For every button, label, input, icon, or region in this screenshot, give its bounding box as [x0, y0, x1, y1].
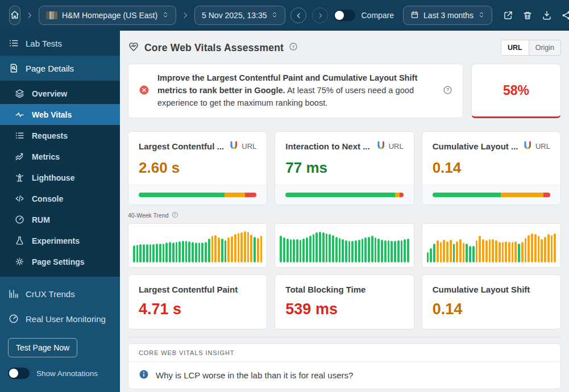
field-card-lcp[interactable]: Largest Contentful ... URL 2.60 s	[128, 131, 267, 205]
sidebar-item-rum[interactable]: RUM	[0, 209, 120, 230]
sidebar-item-overview[interactable]: Overview	[0, 83, 120, 104]
share-button[interactable]	[559, 9, 569, 22]
lab-card-tbt[interactable]: Total Blocking Time 539 ms	[275, 274, 414, 330]
trend-bar	[547, 234, 550, 262]
trend-bar	[165, 243, 168, 262]
sidebar-item-real-user-monitoring[interactable]: Real User Monitoring	[0, 306, 120, 331]
inp-trend-chart[interactable]	[275, 223, 414, 268]
page-selector-label: H&M Homepage (US East)	[62, 11, 157, 20]
trend-bar	[280, 236, 282, 262]
trend-bar	[195, 243, 197, 262]
open-external-button[interactable]	[501, 9, 515, 22]
sidebar-item-label: Overview	[32, 89, 67, 98]
distribution-segment-good	[139, 193, 225, 197]
trend-bar	[254, 237, 256, 263]
trend-bar	[538, 236, 540, 262]
distribution-bar	[139, 193, 256, 197]
show-annotations-row: Show Annotations	[0, 362, 120, 385]
trend-bar	[534, 234, 537, 262]
field-card-cls[interactable]: Cumulative Layout ... URL 0.14	[422, 131, 561, 205]
trend-bar	[377, 239, 380, 262]
metric-value: 0.14	[433, 159, 550, 177]
trend-bar	[192, 242, 194, 262]
trend-bar	[218, 237, 220, 262]
distribution-segment-good	[433, 193, 501, 197]
trend-bar	[152, 244, 155, 262]
trend-bar	[286, 239, 289, 263]
sidebar-item-label: Page Settings	[32, 257, 85, 266]
trend-bar	[348, 241, 351, 262]
sidebar-item-requests[interactable]: Requests	[0, 125, 120, 146]
sidebar-item-label: Experiments	[32, 236, 80, 245]
home-button[interactable]	[9, 6, 20, 25]
trend-bar	[521, 242, 524, 262]
next-test-button[interactable]	[312, 7, 328, 23]
lighthouse-icon	[14, 173, 24, 182]
trend-bar	[407, 239, 409, 262]
sidebar-item-page-settings[interactable]: Page Settings	[0, 251, 120, 272]
trend-bar	[319, 232, 321, 263]
field-card-inp[interactable]: Interaction to Next ... URL 77 ms	[275, 131, 414, 205]
test-date-selector[interactable]: 5 Nov 2025, 13:35	[194, 6, 285, 25]
trend-bar	[479, 236, 481, 262]
sidebar-item-console[interactable]: Console	[0, 188, 120, 209]
delete-button[interactable]	[521, 9, 534, 22]
insight-question-row[interactable]: Why is LCP worse in the lab than it is f…	[128, 362, 560, 389]
sidebar-item-crux-trends[interactable]: CrUX Trends	[0, 281, 120, 306]
date-range-selector[interactable]: Last 3 months	[403, 6, 492, 25]
sidebar-item-page-details[interactable]: Page Details	[0, 56, 120, 81]
sidebar-item-label: Lighthouse	[32, 173, 74, 182]
sidebar-item-label: CrUX Trends	[26, 289, 75, 299]
trend-bar	[221, 239, 223, 262]
download-button[interactable]	[540, 9, 554, 22]
list-icon	[14, 131, 24, 140]
page-selector[interactable]: H&M Homepage (US East)	[39, 6, 176, 25]
trend-bar	[244, 231, 246, 262]
distribution-footer	[422, 185, 560, 205]
sidebar-item-label: Web Vitals	[32, 110, 72, 119]
test-page-now-button[interactable]: Test Page Now	[8, 338, 77, 357]
bar-chart-icon	[8, 289, 19, 299]
trend-bar	[394, 241, 396, 262]
distribution-segment-poor	[245, 193, 257, 197]
crux-logo-icon	[523, 141, 532, 152]
lab-card-lcp[interactable]: Largest Contentful Paint 4.71 s	[128, 274, 267, 330]
help-icon[interactable]: ?	[443, 85, 452, 97]
trend-bar	[544, 237, 546, 262]
trend-bar	[485, 240, 488, 262]
sidebar-item-lab-tests[interactable]: Lab Tests	[0, 31, 120, 56]
trend-bar	[302, 239, 305, 262]
trend-bar	[208, 239, 210, 262]
sidebar-item-web-vitals[interactable]: Web Vitals	[0, 104, 120, 125]
lab-card-cls[interactable]: Cumulative Layout Shift 0.14	[422, 274, 561, 330]
insight-header: CORE WEB VITALS INSIGHT	[128, 344, 560, 362]
trend-bar	[300, 240, 302, 262]
trend-bar	[459, 239, 462, 262]
trend-bar	[489, 239, 491, 262]
trend-bar	[283, 237, 285, 262]
show-annotations-toggle[interactable]	[8, 368, 30, 379]
gauge-icon	[14, 215, 24, 224]
trend-bar	[541, 239, 543, 262]
trend-bar	[345, 240, 347, 263]
compare-toggle[interactable]	[334, 10, 355, 21]
distribution-segment-poor	[543, 193, 550, 197]
metric-title: Interaction to Next ...	[285, 141, 369, 151]
trend-bar	[371, 236, 373, 262]
sidebar-item-label: Real User Monitoring	[26, 314, 106, 324]
error-circle-icon	[139, 85, 149, 98]
toggle-option-url[interactable]: URL	[501, 40, 529, 55]
trend-bar	[401, 240, 403, 263]
sidebar-item-experiments[interactable]: Experiments	[0, 230, 120, 251]
lcp-trend-chart[interactable]	[128, 223, 267, 268]
trend-bar	[225, 240, 227, 263]
top-bar: H&M Homepage (US East) 5 Nov 2025, 13:35…	[0, 0, 569, 31]
sidebar-item-label: RUM	[32, 215, 50, 224]
previous-test-button[interactable]	[290, 7, 306, 23]
toggle-option-origin[interactable]: Origin	[529, 40, 560, 55]
trend-bar	[512, 242, 514, 262]
sidebar-item-metrics[interactable]: Metrics	[0, 146, 120, 167]
distribution-segment-needs_improvement	[225, 193, 244, 197]
sidebar-item-lighthouse[interactable]: Lighthouse	[0, 167, 120, 188]
cls-trend-chart[interactable]	[422, 223, 561, 268]
